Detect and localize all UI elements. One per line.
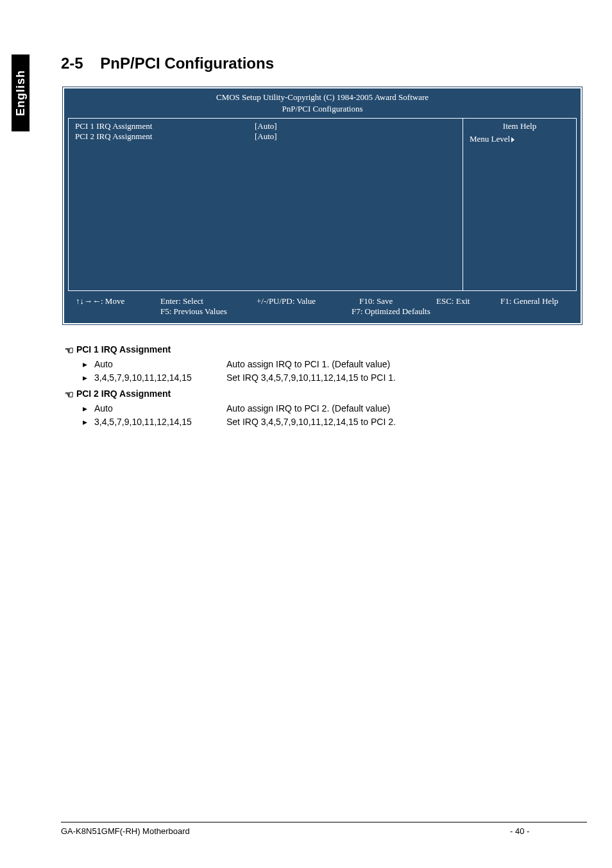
- option-desc: Auto assign IRQ to PCI 1. (Default value…: [226, 358, 390, 371]
- option-title: ☞ PCI 1 IRQ Assignment: [61, 344, 587, 356]
- bios-item-value: [Auto]: [255, 131, 338, 142]
- option-desc: Set IRQ 3,4,5,7,9,10,11,12,14,15 to PCI …: [226, 371, 396, 385]
- bios-help-title: Item Help: [470, 121, 570, 131]
- bios-body: PCI 1 IRQ Assignment [Auto] PCI 2 IRQ As…: [64, 118, 581, 291]
- option-line: ▸Auto Auto assign IRQ to PCI 1. (Default…: [61, 358, 587, 371]
- bios-hint-exit: ESC: Exit: [436, 296, 500, 306]
- double-arrow-icon: ▸: [83, 402, 94, 415]
- bios-menu-level-label: Menu Level: [470, 134, 510, 144]
- option-key-text: 3,4,5,7,9,10,11,12,14,15: [94, 417, 192, 427]
- option-key: ▸3,4,5,7,9,10,11,12,14,15: [83, 415, 226, 429]
- bios-item-label: PCI 1 IRQ Assignment: [75, 121, 255, 131]
- double-arrow-icon: ▸: [83, 415, 94, 429]
- bios-main-panel: PCI 1 IRQ Assignment [Auto] PCI 2 IRQ As…: [68, 118, 463, 291]
- footer-page-number: - 40 -: [510, 826, 587, 836]
- option-key: ▸Auto: [83, 358, 226, 371]
- bios-header-line1: CMOS Setup Utility-Copyright (C) 1984-20…: [64, 88, 581, 104]
- option-line: ▸3,4,5,7,9,10,11,12,14,15 Set IRQ 3,4,5,…: [61, 371, 587, 385]
- bios-hint-select: Enter: Select: [160, 296, 257, 306]
- double-arrow-icon: ▸: [83, 371, 94, 385]
- bios-item-value: [Auto]: [255, 121, 338, 131]
- section-title-text: PnP/PCI Configurations: [100, 54, 274, 72]
- option-key-text: 3,4,5,7,9,10,11,12,14,15: [94, 372, 192, 383]
- bios-hint-value: +/-/PU/PD: Value: [257, 296, 359, 306]
- bios-menu-level: Menu Level: [470, 134, 570, 144]
- bios-screen: CMOS Setup Utility-Copyright (C) 1984-20…: [61, 85, 584, 326]
- option-group: ☞ PCI 2 IRQ Assignment ▸Auto Auto assign…: [61, 388, 587, 429]
- option-key: ▸Auto: [83, 402, 226, 415]
- bios-hint-move: ↑↓→←: Move: [76, 296, 160, 306]
- option-title: ☞ PCI 2 IRQ Assignment: [61, 388, 587, 401]
- option-title-text: PCI 1 IRQ Assignment: [76, 344, 171, 355]
- option-desc: Set IRQ 3,4,5,7,9,10,11,12,14,15 to PCI …: [226, 415, 396, 429]
- options-block: ☞ PCI 1 IRQ Assignment ▸Auto Auto assign…: [61, 344, 587, 429]
- pointing-hand-icon: ☞: [61, 388, 74, 401]
- language-tab: English: [12, 54, 30, 131]
- option-key: ▸3,4,5,7,9,10,11,12,14,15: [83, 371, 226, 385]
- double-arrow-icon: ▸: [83, 358, 94, 371]
- bios-row: PCI 2 IRQ Assignment [Auto]: [75, 131, 456, 142]
- section-number: 2-5: [61, 54, 83, 72]
- option-group: ☞ PCI 1 IRQ Assignment ▸Auto Auto assign…: [61, 344, 587, 385]
- bios-help-panel: Item Help Menu Level: [463, 118, 577, 291]
- bios-row: PCI 1 IRQ Assignment [Auto]: [75, 121, 456, 131]
- triangle-right-icon: [510, 134, 514, 144]
- option-line: ▸Auto Auto assign IRQ to PCI 2. (Default…: [61, 402, 587, 415]
- bios-hint-help: F1: General Help: [500, 296, 558, 306]
- page-footer: GA-K8N51GMF(-RH) Motherboard - 40 -: [61, 822, 587, 836]
- bios-hint-save: F10: Save: [359, 296, 436, 306]
- section-heading: 2-5 PnP/PCI Configurations: [61, 54, 587, 72]
- bios-hint-prev: F5: Previous Values: [76, 306, 257, 317]
- option-line: ▸3,4,5,7,9,10,11,12,14,15 Set IRQ 3,4,5,…: [61, 415, 587, 429]
- bios-item-label: PCI 2 IRQ Assignment: [75, 131, 255, 142]
- pointing-hand-icon: ☞: [61, 344, 74, 356]
- footer-model: GA-K8N51GMF(-RH) Motherboard: [61, 826, 510, 836]
- page-content: 2-5 PnP/PCI Configurations CMOS Setup Ut…: [61, 54, 587, 433]
- option-key-text: Auto: [94, 359, 113, 369]
- option-desc: Auto assign IRQ to PCI 2. (Default value…: [226, 402, 390, 415]
- bios-footer: ↑↓→←: Move Enter: Select +/-/PU/PD: Valu…: [64, 291, 581, 323]
- bios-hint-opt: F7: Optimized Defaults: [257, 306, 430, 317]
- option-key-text: Auto: [94, 403, 113, 413]
- bios-header-line2: PnP/PCI Configurations: [64, 104, 581, 118]
- option-title-text: PCI 2 IRQ Assignment: [76, 388, 171, 399]
